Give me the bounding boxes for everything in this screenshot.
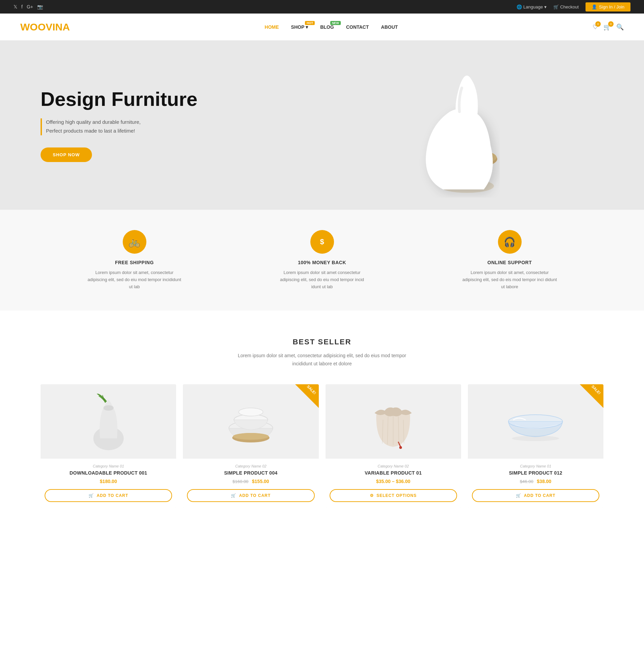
signin-button[interactable]: 👤 Sign In / Join xyxy=(585,2,630,12)
product-price-3: $35.00 – $36.00 xyxy=(329,478,457,484)
nav-home[interactable]: HOME xyxy=(265,24,279,30)
product-image-2: SALE! xyxy=(183,384,319,459)
checkout-link[interactable]: 🛒 Checkout xyxy=(553,4,579,9)
chair-illustration xyxy=(382,44,551,206)
shipping-icon: 🚲 xyxy=(123,230,146,254)
main-nav: HOME SHOP ▾ HOT BLOG New CONTACT ABOUT xyxy=(265,24,398,30)
svg-point-4 xyxy=(104,405,114,411)
nav-contact[interactable]: CONTACT xyxy=(346,24,369,30)
product-info-3: Category Name 02 VARIABLE PRODUCT 01 $35… xyxy=(325,459,461,507)
support-icon: 🎧 xyxy=(498,230,522,254)
product-price-2: $160.00 $155.00 xyxy=(187,478,315,484)
products-grid: Category Name 01 DOWNLOADABLE PRODUCT 00… xyxy=(41,384,603,507)
add-to-cart-button-2[interactable]: 🛒 ADD TO CART xyxy=(187,489,315,502)
logo-suffix: VINA xyxy=(46,21,70,32)
product-card-1: Category Name 01 DOWNLOADABLE PRODUCT 00… xyxy=(41,384,176,507)
cart-icon-1: 🛒 xyxy=(89,493,94,498)
blog-badge: New xyxy=(330,21,341,25)
search-button[interactable]: 🔍 xyxy=(616,23,624,31)
vase-image xyxy=(88,391,129,452)
product-info-2: Category Name 02 SIMPLE PRODUCT 004 $160… xyxy=(183,459,319,507)
features-section: 🚲 FREE SHIPPING Lorem ipsum dolor sit am… xyxy=(0,210,644,311)
cart-button[interactable]: 🛒 0 xyxy=(603,23,611,31)
facebook-icon[interactable]: f xyxy=(21,4,23,9)
globe-icon: 🌐 xyxy=(516,4,522,9)
header: WOOVINA HOME SHOP ▾ HOT BLOG New CONTACT… xyxy=(0,14,644,41)
feature-support: 🎧 ONLINE SUPPORT Lorem ipsum dolor sit a… xyxy=(462,230,557,290)
hero-title: Design Furniture xyxy=(41,88,198,110)
nav-about[interactable]: ABOUT xyxy=(381,24,398,30)
options-icon-3: ⚙ xyxy=(370,493,374,498)
cart-icon-4: 🛒 xyxy=(516,493,521,498)
hero-content: Design Furniture Offering high quality a… xyxy=(41,88,198,162)
nav-blog[interactable]: BLOG New xyxy=(320,24,334,30)
select-options-button-3[interactable]: ⚙ SELECT OPTIONS xyxy=(329,489,457,502)
product-card-3: Category Name 02 VARIABLE PRODUCT 01 $35… xyxy=(325,384,461,507)
svg-point-9 xyxy=(233,433,269,440)
shop-badge: HOT xyxy=(305,21,315,25)
logo[interactable]: WOOVINA xyxy=(20,21,70,33)
cart-icon-top: 🛒 xyxy=(553,4,559,9)
section-title: BEST SELLER xyxy=(41,337,603,346)
cart-icon-2: 🛒 xyxy=(231,493,236,498)
svg-point-11 xyxy=(399,446,402,449)
product-image-1 xyxy=(41,384,176,459)
instagram-icon[interactable]: 📷 xyxy=(37,4,43,9)
add-to-cart-button-4[interactable]: 🛒 ADD TO CART xyxy=(472,489,599,502)
bowls-image xyxy=(224,394,278,448)
feature-money-back: $ 100% MONEY BACK Lorem ipsum dolor sit … xyxy=(275,230,369,290)
hero-subtitle: Offering high quality and durable furnit… xyxy=(46,118,141,135)
user-icon: 👤 xyxy=(592,4,597,9)
product-info-1: Category Name 01 DOWNLOADABLE PRODUCT 00… xyxy=(41,459,176,507)
wishlist-button[interactable]: ♡ 0 xyxy=(593,23,598,31)
product-image-3 xyxy=(325,384,461,459)
hero-image xyxy=(290,41,644,210)
feature-shipping: 🚲 FREE SHIPPING Lorem ipsum dolor sit am… xyxy=(87,230,182,290)
nav-shop[interactable]: SHOP ▾ HOT xyxy=(291,24,308,30)
product-card-2: SALE! Category Name 02 SIMPLE P xyxy=(183,384,319,507)
top-bar: 𝕏 f G+ 📷 🌐 Language ▾ 🛒 Checkout 👤 Sign … xyxy=(0,0,644,14)
top-bar-right: 🌐 Language ▾ 🛒 Checkout 👤 Sign In / Join xyxy=(516,2,630,12)
money-icon: $ xyxy=(310,230,334,254)
hero-section: Design Furniture Offering high quality a… xyxy=(0,41,644,210)
product-info-4: Category Name 01 SIMPLE PRODUCT 012 $46.… xyxy=(468,459,603,507)
hero-divider xyxy=(41,118,42,135)
product-card-4: SALE! xyxy=(468,384,603,507)
best-seller-section: BEST SELLER Lorem ipsum dolor sit amet, … xyxy=(0,311,644,528)
product-price-4: $46.00 $38.00 xyxy=(472,478,599,484)
cart-badge: 0 xyxy=(608,21,614,27)
shop-now-button[interactable]: SHOP NOW xyxy=(41,148,92,162)
language-link[interactable]: 🌐 Language ▾ xyxy=(516,4,547,9)
product-image-4: SALE! xyxy=(468,384,603,459)
social-links: 𝕏 f G+ 📷 xyxy=(14,4,43,9)
svg-point-18 xyxy=(508,415,562,428)
glass-bowl-image xyxy=(502,401,569,442)
wishlist-badge: 0 xyxy=(595,21,601,27)
section-desc: Lorem ipsum dolor sit amet, consectetur … xyxy=(228,352,417,368)
google-plus-icon[interactable]: G+ xyxy=(27,4,33,9)
twitter-icon[interactable]: 𝕏 xyxy=(14,4,17,9)
add-to-cart-button-1[interactable]: 🛒 ADD TO CART xyxy=(45,489,172,502)
section-header: BEST SELLER Lorem ipsum dolor sit amet, … xyxy=(41,337,603,368)
svg-point-7 xyxy=(239,408,263,416)
nav-icons: ♡ 0 🛒 0 🔍 xyxy=(593,23,624,31)
bag-image xyxy=(366,391,420,452)
logo-prefix: WOO xyxy=(20,21,46,32)
product-price-1: $180.00 xyxy=(45,478,172,484)
